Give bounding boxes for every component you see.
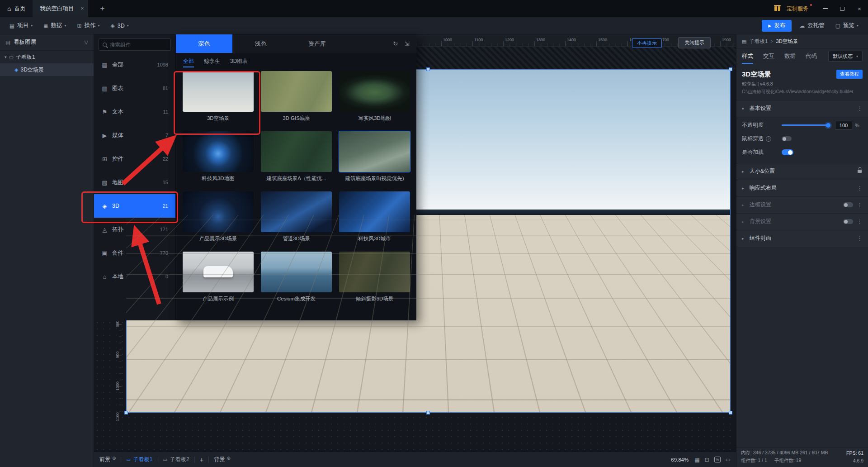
gallery-item[interactable]: 产品展示3D场景 <box>183 191 254 242</box>
caret-down-icon[interactable]: ▾ <box>5 55 7 59</box>
tutorial-button[interactable]: 查看教程 <box>836 70 863 79</box>
category-item-3d[interactable]: ◈ 3D 21 <box>94 194 175 218</box>
kebab-menu-icon[interactable]: ⋮ <box>857 219 863 225</box>
gallery-item[interactable]: 3D GIS底座 <box>261 71 332 122</box>
selection-handle-bottom-right[interactable] <box>729 411 732 415</box>
search-input[interactable] <box>110 42 167 48</box>
publish-button[interactable]: ▶ 发布 <box>762 20 792 32</box>
new-tab-button[interactable]: + <box>100 4 104 13</box>
slider-knob[interactable] <box>826 123 830 128</box>
category-item-controls[interactable]: ⊞ 控件 22 <box>94 147 175 171</box>
fit-screen-icon[interactable]: ⊡ <box>705 457 709 463</box>
tab-dark-theme[interactable]: 深色 <box>176 34 232 53</box>
gallery-item[interactable]: 科技风3D城市 <box>339 191 410 242</box>
project-tab[interactable]: 我的空白项目 × <box>33 0 88 17</box>
gallery-item[interactable]: Cesium集成开发 <box>261 252 332 302</box>
board-tab-1[interactable]: ▭ 子看板1 <box>126 456 152 463</box>
close-hint-button[interactable]: 关闭提示 <box>678 37 711 48</box>
opacity-value-input[interactable]: 100 <box>835 121 852 130</box>
section-component-cover[interactable]: ▸ 组件封面 ⋮ <box>736 230 868 247</box>
no-more-hint-badge[interactable]: 不再提示 <box>632 38 662 48</box>
home-tab[interactable]: ⌂ 首页 <box>0 0 33 17</box>
minimize-button[interactable] <box>816 0 834 17</box>
category-item-text[interactable]: ⚑ 文本 11 <box>94 100 175 124</box>
gallery-item-label: 3D空场景 <box>183 115 254 122</box>
zoom-grid-icon[interactable]: ▦ <box>694 457 699 463</box>
subtab-whale-twin[interactable]: 鲸孪生 <box>204 53 220 69</box>
section-responsive-layout[interactable]: ▸ 响应式布局 ⋮ <box>736 180 868 196</box>
board-tab-2[interactable]: ▭ 子看板2 <box>163 456 189 463</box>
menu-project[interactable]: ▤ 项目 ▾ <box>5 17 38 34</box>
foreground-button[interactable]: 前景 ⊕ <box>99 456 116 463</box>
border-toggle[interactable] <box>843 202 853 207</box>
selection-handle-top-right[interactable] <box>729 67 732 71</box>
add-board-button[interactable]: + <box>200 456 204 463</box>
menu-3d[interactable]: ◈ 3D ▾ <box>106 17 134 34</box>
zoom-percent-icon[interactable]: % <box>714 457 721 462</box>
add-foreground-icon[interactable]: ⊕ <box>112 456 116 461</box>
cloud-hosting-button[interactable]: ☁ 云托管 <box>794 17 830 34</box>
selection-handle-top[interactable] <box>426 67 430 71</box>
load-toggle[interactable] <box>782 149 793 155</box>
kebab-menu-icon[interactable]: ⋮ <box>857 185 863 191</box>
gallery-thumbnail <box>183 131 254 172</box>
tab-data[interactable]: 数据 <box>784 52 796 64</box>
gallery-item[interactable]: 倾斜摄影3D场景 <box>339 252 410 302</box>
kebab-menu-icon[interactable]: ⋮ <box>857 235 863 242</box>
gallery-item[interactable]: 科技风3D地图 <box>183 131 254 182</box>
tab-asset-library[interactable]: 资产库 <box>289 34 345 53</box>
category-item-map[interactable]: ▧ 地图 15 <box>94 171 175 194</box>
preview-button[interactable]: ▢ 预览 ▾ <box>830 17 863 34</box>
add-background-icon[interactable]: ⊕ <box>226 456 230 461</box>
section-basic-settings[interactable]: ▾ 基本设置 ⋮ <box>736 100 868 117</box>
category-item-kits[interactable]: ▣ 套件 770 <box>94 241 175 265</box>
chevron-down-icon: ▾ <box>98 24 100 28</box>
tab-interaction[interactable]: 交互 <box>763 52 774 64</box>
background-toggle[interactable] <box>843 219 853 224</box>
expand-icon[interactable]: ⇲ <box>405 40 410 47</box>
selection-handle-bottom-left[interactable] <box>124 411 128 415</box>
page-icon[interactable]: ▭ <box>726 457 731 463</box>
section-size-position[interactable]: ▸ 大小&位置 <box>736 163 868 180</box>
gift-icon[interactable] <box>774 6 780 11</box>
menu-data[interactable]: ≣ 数据 ▾ <box>38 17 71 34</box>
mouse-through-toggle[interactable] <box>782 136 792 141</box>
selection-handle-bottom[interactable] <box>426 411 430 415</box>
tab-close-icon[interactable]: × <box>80 5 84 12</box>
gallery-item[interactable]: 产品展示示例 <box>183 252 254 302</box>
section-border-settings[interactable]: ▸ 边框设置 ⋮ <box>736 196 868 213</box>
category-item-charts[interactable]: ▥ 图表 81 <box>94 76 175 100</box>
component-search[interactable] <box>99 38 171 51</box>
category-item-media[interactable]: ▶ 媒体 7 <box>94 124 175 147</box>
opacity-slider[interactable] <box>782 124 829 126</box>
tab-style[interactable]: 样式 <box>742 52 753 64</box>
tree-item-board[interactable]: ▾ ▭ 子看板1 <box>0 51 94 63</box>
tab-light-theme[interactable]: 浅色 <box>232 34 289 53</box>
gallery-item[interactable]: 管道3D场景 <box>261 191 332 242</box>
zoom-level[interactable]: 69.84% <box>671 457 689 462</box>
background-button[interactable]: 背景 ⊕ <box>214 456 230 463</box>
category-item-all[interactable]: ▦ 全部 1098 <box>94 53 175 76</box>
filter-icon[interactable]: ▽ <box>85 39 88 45</box>
gallery-item[interactable]: 建筑底座场景A（性能优... <box>261 131 332 182</box>
close-window-button[interactable]: × <box>851 0 868 17</box>
subtab-all[interactable]: 全部 <box>183 53 194 69</box>
section-background-settings[interactable]: ▸ 背景设置 ⋮ <box>736 213 868 230</box>
category-item-local[interactable]: ⌂ 本地 0 <box>94 265 175 288</box>
category-item-topology[interactable]: ◬ 拓扑 171 <box>94 218 175 241</box>
subtab-3d-charts[interactable]: 3D图表 <box>230 53 248 69</box>
breadcrumb-board[interactable]: 子看板1 <box>749 38 768 45</box>
state-dropdown[interactable]: 默认状态 ▾ <box>828 51 863 62</box>
gallery-item[interactable]: 建筑底座场景B(视觉优先) <box>339 131 410 182</box>
gallery-item[interactable]: 写实风3D地图 <box>339 71 410 122</box>
menu-action[interactable]: ⊞ 操作 ▾ <box>72 17 104 34</box>
kebab-menu-icon[interactable]: ⋮ <box>857 105 863 112</box>
kebab-menu-icon[interactable]: ⋮ <box>857 202 863 208</box>
gallery-item-empty-scene[interactable]: 3D空场景 <box>183 71 254 122</box>
tree-item-scene[interactable]: ◈ 3D空场景 <box>0 63 94 76</box>
maximize-button[interactable] <box>834 0 851 17</box>
custom-service-badge[interactable]: 定制服务 <box>784 4 811 14</box>
tab-code[interactable]: 代码 <box>806 52 817 64</box>
lock-icon[interactable] <box>858 170 862 173</box>
refresh-icon[interactable]: ↻ <box>393 40 398 47</box>
